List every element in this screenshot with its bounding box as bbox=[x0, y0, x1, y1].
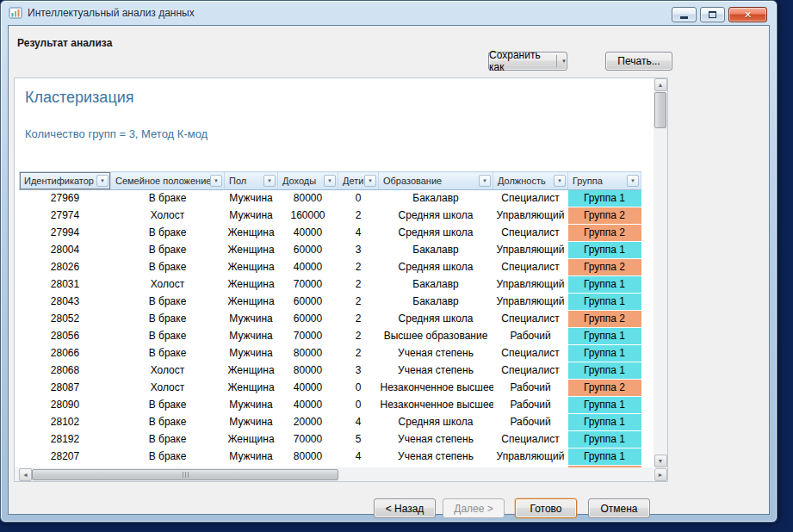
table-cell: Женщина bbox=[225, 294, 278, 311]
table-cell: Холост bbox=[111, 380, 225, 397]
table-row[interactable]: 28207В бракеМужчина800004Ученая степеньУ… bbox=[20, 448, 641, 466]
table-row[interactable]: 27974ХолостМужчина1600002Средняя школаУп… bbox=[20, 207, 641, 225]
save-as-button[interactable]: Сохранить как ▼ bbox=[488, 52, 567, 71]
group-cell: Группа 1 bbox=[568, 345, 641, 362]
filter-dropdown-icon[interactable]: ▼ bbox=[324, 175, 336, 187]
table-cell: Средняя школа bbox=[379, 311, 493, 328]
table-row[interactable]: 28043В бракеЖенщина600002БакалаврУправля… bbox=[20, 294, 641, 311]
table-cell: В браке bbox=[111, 397, 225, 414]
scroll-up-icon: ▲ bbox=[658, 82, 664, 88]
table-row[interactable]: 28066В бракеМужчина800002Ученая степеньС… bbox=[20, 345, 641, 362]
table-cell: 40000 bbox=[278, 225, 338, 242]
table-cell: 28207 bbox=[20, 448, 111, 466]
table-cell: Мужчина bbox=[225, 207, 278, 225]
table-cell: 0 bbox=[338, 397, 379, 414]
filter-dropdown-icon[interactable]: ▼ bbox=[364, 175, 376, 187]
table-cell: 3 bbox=[338, 242, 379, 259]
filter-dropdown-icon[interactable]: ▼ bbox=[263, 175, 276, 187]
group-cell: Группа 2 bbox=[568, 311, 641, 328]
table-body: 27969В бракеМужчина800000БакалаврСпециал… bbox=[20, 190, 641, 468]
print-label: Печать... bbox=[617, 55, 660, 67]
app-icon bbox=[9, 6, 22, 20]
table-cell: Бакалавр bbox=[379, 294, 493, 311]
table-cell: 0 bbox=[338, 190, 379, 207]
scroll-up-button[interactable]: ▲ bbox=[654, 78, 667, 91]
table-row[interactable]: 28090В бракеМужчина400000Незаконченное в… bbox=[20, 397, 641, 414]
table-cell: Женщина bbox=[225, 431, 278, 448]
horizontal-scrollbar-thumb[interactable] bbox=[32, 469, 338, 480]
next-button[interactable]: Далее > bbox=[443, 498, 505, 518]
table-cell: В браке bbox=[111, 431, 225, 448]
table-cell: 4 bbox=[338, 448, 379, 466]
filter-dropdown-icon[interactable]: ▼ bbox=[96, 175, 108, 187]
table-cell: В браке bbox=[111, 294, 225, 311]
table-cell: 80000 bbox=[278, 362, 338, 380]
table-cell: 20000 bbox=[278, 414, 338, 431]
horizontal-scrollbar[interactable]: ◄ bbox=[15, 467, 654, 481]
table-row[interactable]: 28192В бракеЖенщина700005Ученая степеньС… bbox=[20, 431, 641, 448]
column-header-4: Доходы▼ bbox=[278, 172, 338, 190]
table-cell: Ученая степень bbox=[379, 345, 493, 362]
table-cell: Управляющий bbox=[493, 294, 568, 311]
close-button[interactable]: ✕ bbox=[728, 7, 767, 22]
table-cell: 60000 bbox=[278, 242, 338, 259]
scroll-right-button[interactable]: ► bbox=[654, 468, 667, 481]
table-cell: 70000 bbox=[278, 276, 338, 294]
table-row[interactable]: 28068ХолостЖенщина800003Ученая степеньСп… bbox=[20, 362, 641, 380]
column-header-label: Группа bbox=[573, 176, 603, 186]
filter-dropdown-icon[interactable]: ▼ bbox=[210, 175, 222, 187]
table-cell: 28031 bbox=[20, 276, 111, 294]
table-row[interactable]: 28052В бракеМужчина600002Средняя школаСп… bbox=[20, 311, 641, 328]
table-cell: Рабочий bbox=[493, 380, 568, 397]
group-cell: Группа 2 bbox=[568, 207, 641, 225]
back-button[interactable]: < Назад bbox=[374, 498, 436, 518]
table-row[interactable]: 28056В бракеМужчина700002Высшее образова… bbox=[20, 328, 641, 345]
cancel-button[interactable]: Отмена bbox=[588, 498, 650, 518]
table-cell: В браке bbox=[111, 259, 225, 276]
filter-dropdown-icon[interactable]: ▼ bbox=[627, 175, 639, 187]
scroll-down-button[interactable]: ▼ bbox=[654, 455, 667, 467]
group-cell: Группа 1 bbox=[568, 448, 641, 466]
column-header-6: Образование▼ bbox=[379, 172, 493, 190]
report-viewer: Кластеризация Количество групп = 3, Мето… bbox=[15, 78, 654, 467]
table-row[interactable]: 28031ХолостЖенщина700002БакалаврУправляю… bbox=[20, 276, 641, 294]
print-button[interactable]: Печать... bbox=[605, 52, 672, 71]
column-header-label: Дети bbox=[343, 176, 363, 186]
table-cell: Специалист bbox=[493, 345, 568, 362]
table-row[interactable]: 27994В бракеЖенщина400004Средняя школаСп… bbox=[20, 225, 641, 242]
group-cell: Группа 2 bbox=[568, 259, 641, 276]
column-header-label: Пол bbox=[229, 176, 246, 186]
table-row[interactable]: 28004В бракеЖенщина600003БакалаврУправля… bbox=[20, 242, 641, 259]
vertical-scrollbar-track[interactable] bbox=[654, 91, 667, 455]
table-cell: Мужчина bbox=[225, 328, 278, 345]
table-cell: 27969 bbox=[20, 190, 111, 207]
results-table: Идентификатор▼Семейное положение▼Пол▼Дох… bbox=[19, 171, 641, 467]
horizontal-scrollbar-track[interactable] bbox=[32, 468, 654, 481]
table-cell: 0 bbox=[338, 380, 379, 397]
maximize-button[interactable] bbox=[700, 7, 725, 22]
table-row[interactable]: 28026В бракеЖенщина400002Средняя школаСп… bbox=[20, 259, 641, 276]
dialog-content: Результат анализа Сохранить как ▼ Печать… bbox=[8, 25, 770, 515]
vertical-scrollbar[interactable]: ▲ ▼ bbox=[654, 78, 667, 467]
filter-dropdown-icon[interactable]: ▼ bbox=[479, 175, 491, 187]
group-cell: Группа 1 bbox=[568, 397, 641, 414]
filter-dropdown-icon[interactable]: ▼ bbox=[554, 175, 566, 187]
group-cell: Группа 1 bbox=[568, 362, 641, 380]
table-cell: 28090 bbox=[20, 397, 111, 414]
cancel-label: Отмена bbox=[600, 503, 637, 515]
table-row[interactable]: 28087ХолостЖенщина400000Незаконченное вы… bbox=[20, 380, 641, 397]
minimize-button[interactable] bbox=[672, 7, 697, 22]
group-cell: Группа 1 bbox=[568, 328, 641, 345]
table-cell: 40000 bbox=[278, 380, 338, 397]
vertical-scrollbar-thumb[interactable] bbox=[654, 92, 666, 128]
titlebar[interactable]: Интеллектуальный анализ данных ✕ bbox=[1, 1, 777, 25]
split-divider bbox=[556, 55, 557, 67]
table-cell: Женщина bbox=[225, 225, 278, 242]
group-cell: Группа 1 bbox=[568, 190, 641, 207]
column-header-label: Семейное положение bbox=[115, 176, 211, 186]
table-row[interactable]: 28102В бракеМужчина200004Средняя школаРа… bbox=[20, 414, 641, 431]
finish-button[interactable]: Готово bbox=[515, 498, 577, 518]
scroll-down-icon: ▼ bbox=[658, 458, 664, 464]
scroll-left-button[interactable]: ◄ bbox=[19, 468, 32, 481]
table-row[interactable]: 27969В бракеМужчина800000БакалаврСпециал… bbox=[20, 190, 641, 207]
